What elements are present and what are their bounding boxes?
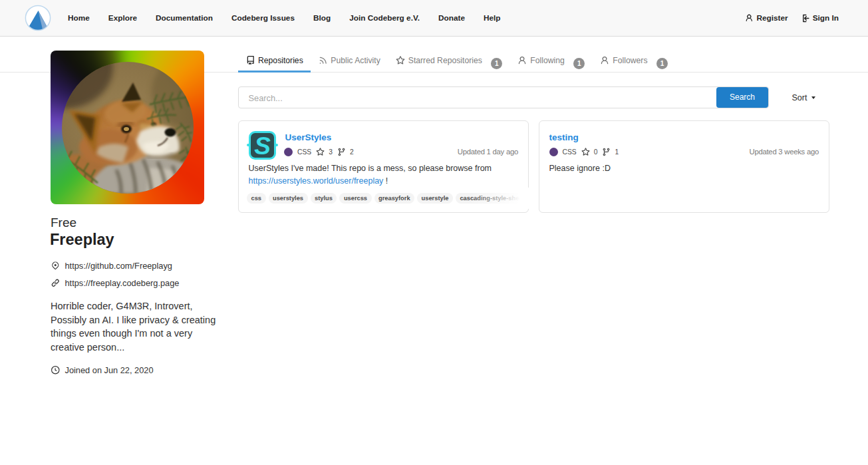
svg-text:S: S bbox=[254, 132, 271, 160]
